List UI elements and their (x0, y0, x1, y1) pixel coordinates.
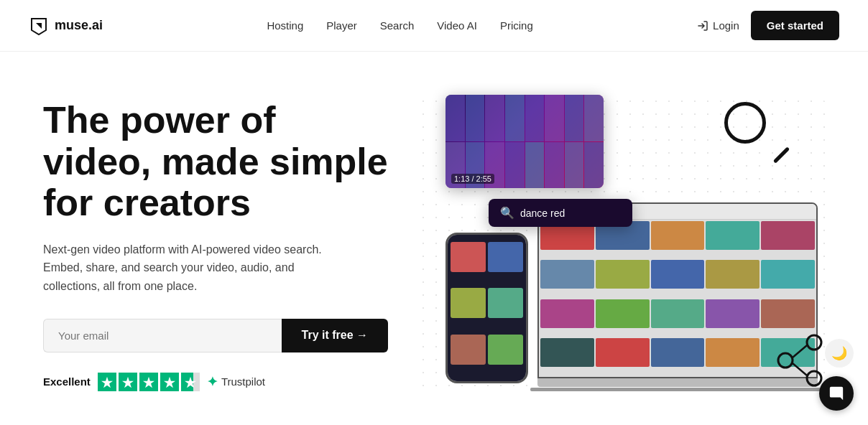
nav-pricing[interactable]: Pricing (500, 19, 533, 32)
email-input[interactable] (43, 319, 282, 352)
chat-icon (828, 386, 844, 401)
svg-line-6 (793, 363, 807, 375)
logo-text: muse.ai (55, 18, 103, 33)
logo[interactable]: muse.ai (29, 16, 103, 36)
try-free-button[interactable]: Try it free → (282, 319, 388, 352)
login-label: Login (713, 19, 739, 32)
hero-left: The power of video, made simple for crea… (43, 100, 388, 391)
logo-icon (29, 16, 49, 36)
trustpilot-brand-label: Trustpilot (221, 375, 265, 388)
svg-point-2 (807, 335, 821, 350)
nav-player[interactable]: Player (326, 19, 357, 32)
stars (98, 373, 200, 391)
dark-mode-toggle[interactable]: 🌙 (825, 339, 854, 368)
login-icon (697, 20, 708, 32)
svg-point-3 (778, 353, 793, 368)
phone-screen (448, 235, 526, 381)
hero-section: The power of video, made simple for crea… (0, 52, 868, 425)
trustpilot-branding: ✦ Trustpilot (207, 374, 265, 390)
nav-videoai[interactable]: Video AI (437, 19, 477, 32)
star-5-half (181, 373, 200, 391)
svg-marker-1 (36, 23, 42, 29)
video-timestamp: 1:13 / 2:55 (451, 174, 494, 184)
hero-cta: Try it free → (43, 319, 388, 352)
login-link[interactable]: Login (697, 19, 739, 32)
nav-hosting[interactable]: Hosting (267, 19, 303, 32)
nav-search[interactable]: Search (380, 19, 415, 32)
hero-illustration: 1:13 / 2:55 🔍 dance red (417, 95, 825, 396)
phone-mockup (445, 233, 528, 383)
navbar: muse.ai Hosting Player Search Video AI P… (0, 0, 868, 52)
magnifier-handle (773, 146, 790, 163)
get-started-button[interactable]: Get started (751, 11, 839, 40)
hero-headline: The power of video, made simple for crea… (43, 100, 388, 223)
star-2 (119, 373, 137, 391)
svg-marker-0 (32, 19, 46, 34)
chat-button[interactable] (819, 376, 854, 411)
star-1 (98, 373, 116, 391)
video-thumbnail: 1:13 / 2:55 (445, 95, 604, 188)
nav-right: Login Get started (697, 11, 839, 40)
star-3 (139, 373, 158, 391)
trustpilot-row: Excellent ✦ Trustp (43, 373, 388, 391)
share-icon (771, 332, 828, 389)
video-card-bg: 1:13 / 2:55 (445, 95, 604, 188)
search-overlay-card: 🔍 dance red (489, 199, 632, 227)
hero-subtext: Next-gen video platform with AI-powered … (43, 240, 345, 296)
search-overlay-text: dance red (520, 207, 565, 219)
trustpilot-icon: ✦ (207, 374, 218, 390)
trustpilot-label: Excellent (43, 375, 91, 388)
svg-point-4 (807, 371, 821, 386)
svg-line-5 (793, 345, 807, 358)
nav-links: Hosting Player Search Video AI Pricing (267, 19, 532, 32)
magnifier-icon (724, 102, 789, 167)
magnifier-circle (724, 102, 766, 144)
star-4 (160, 373, 179, 391)
search-overlay-icon: 🔍 (500, 206, 514, 220)
